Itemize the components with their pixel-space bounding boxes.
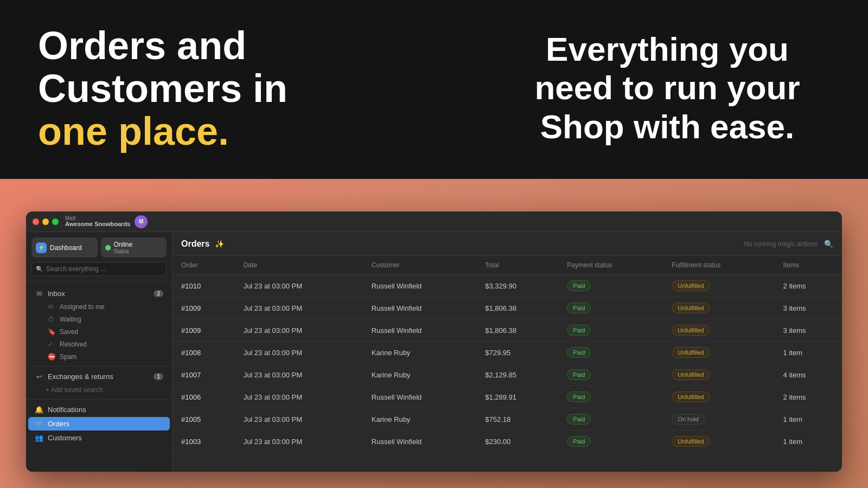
sidebar-search: 🔍 [31,262,167,276]
sidebar-item-customers[interactable]: 👥 Customers [28,431,170,445]
table-row[interactable]: #1006 Jul 23 at 03:00 PM Russell Winfiel… [173,386,842,408]
sidebar: ⚡ Dashboard Online Status 🔍 [26,232,173,472]
sidebar-item-saved[interactable]: 🔖 Saved [28,326,170,338]
cell-items: 1 item [775,431,842,453]
add-saved-search[interactable]: + Add saved search [26,384,172,396]
traffic-light-red[interactable] [33,219,39,225]
sidebar-item-waiting[interactable]: ⏱ Waiting [28,313,170,325]
cell-payment: Paid [558,275,663,297]
col-total: Total [476,256,558,275]
search-icon-small: 🔍 [36,266,43,273]
table-row[interactable]: #1003 Jul 23 at 03:00 PM Russell Winfiel… [173,431,842,453]
cell-items: 3 items [775,297,842,319]
cell-order-id: #1009 [173,297,235,319]
exchanges-badge: 1 [154,373,163,380]
orders-table-element: Order Date Customer Total Payment status… [173,256,842,453]
content-header: Orders ✨ No running magic actions 🔍 [173,232,842,256]
fulfillment-badge: Unfulfilled [672,347,710,358]
col-items: Items [775,256,842,275]
cell-order-id: #1003 [173,431,235,453]
fulfillment-badge: On hold [672,414,705,425]
customers-label: Customers [48,434,163,442]
sidebar-item-orders[interactable]: 🛒 Orders [28,417,170,431]
cell-payment: Paid [558,386,663,408]
cell-order-id: #1006 [173,386,235,408]
search-icon-header[interactable]: 🔍 [824,240,833,248]
page-title: Orders [181,239,209,249]
exchanges-label: Exchanges & returns [48,373,149,381]
table-row[interactable]: #1008 Jul 23 at 03:00 PM Karine Ruby $72… [173,342,842,364]
avatar: M [135,215,148,228]
cell-order-id: #1005 [173,408,235,431]
cell-date: Jul 23 at 03:00 PM [235,386,363,408]
cell-payment: Paid [558,297,663,319]
cell-date: Jul 23 at 03:00 PM [235,342,363,364]
cell-date: Jul 23 at 03:00 PM [235,275,363,297]
payment-badge: Paid [567,325,591,336]
traffic-light-yellow[interactable] [42,219,49,225]
traffic-light-green[interactable] [52,219,59,225]
payment-badge: Paid [567,347,591,358]
hero-line3-highlight: one place. [38,110,229,153]
fulfillment-badge: Unfulfilled [672,303,710,313]
hero-left: Orders and Customers in one place. [38,24,326,153]
cell-fulfillment: Unfulfilled [663,364,774,386]
sidebar-item-inbox[interactable]: ✉ Inbox 2 [28,287,170,300]
magic-actions-icon[interactable]: ✨ [215,240,224,248]
dashboard-icon: ⚡ [36,242,47,253]
hero-line1: Orders and [38,24,246,67]
sidebar-item-spam[interactable]: ⛔ Spam [28,351,170,363]
window-title: Matt Awesome Snowboards [65,216,130,227]
cell-customer: Karine Ruby [363,364,476,386]
sidebar-nav: ✉ Inbox 2 ✉ Assigned to me ⏱ Waiting 🔖 S… [26,282,172,472]
cell-total: $230.00 [476,431,558,453]
table-row[interactable]: #1007 Jul 23 at 03:00 PM Karine Ruby $2,… [173,364,842,386]
cell-date: Jul 23 at 03:00 PM [235,408,363,431]
payment-badge: Paid [567,303,591,313]
sidebar-item-resolved[interactable]: ✓ Resolved [28,338,170,350]
cell-fulfillment: Unfulfilled [663,275,774,297]
table-row[interactable]: #1010 Jul 23 at 03:00 PM Russell Winfiel… [173,275,842,297]
cell-customer: Russell Winfield [363,297,476,319]
cell-customer: Karine Ruby [363,342,476,364]
assigned-icon: ✉ [48,303,55,311]
status-dot-icon [105,245,111,251]
cell-order-id: #1010 [173,275,235,297]
payment-badge: Paid [567,369,591,380]
hero-right: Everything you need to run your Shop wit… [510,30,825,146]
cell-payment: Paid [558,431,663,453]
orders-icon: 🛒 [35,420,43,428]
tab-status-labels: Online Status [114,241,133,254]
orders-table: Order Date Customer Total Payment status… [173,256,842,472]
customers-icon: 👥 [35,434,43,442]
tab-dashboard[interactable]: ⚡ Dashboard [31,237,98,258]
cell-customer: Russell Winfield [363,319,476,342]
app-window: Matt Awesome Snowboards M ⚡ Dashboard On… [26,211,842,472]
table-row[interactable]: #1009 Jul 23 at 03:00 PM Russell Winfiel… [173,319,842,342]
sidebar-item-exchanges[interactable]: ↩ Exchanges & returns 1 [28,370,170,383]
sidebar-tabs: ⚡ Dashboard Online Status [31,237,167,258]
sidebar-item-assigned[interactable]: ✉ Assigned to me [28,301,170,313]
spam-label: Spam [60,353,76,361]
hero-left-heading: Orders and Customers in one place. [38,24,326,153]
cell-items: 1 item [775,408,842,431]
payment-badge: Paid [567,436,591,447]
search-input[interactable] [31,262,167,276]
cell-items: 3 items [775,319,842,342]
col-order: Order [173,256,235,275]
add-saved-label: + Add saved search [46,386,103,394]
cell-payment: Paid [558,319,663,342]
table-row[interactable]: #1009 Jul 23 at 03:00 PM Russell Winfiel… [173,297,842,319]
cell-payment: Paid [558,408,663,431]
tab-status[interactable]: Online Status [101,237,167,258]
cell-customer: Karine Ruby [363,408,476,431]
saved-icon: 🔖 [48,328,55,336]
cell-items: 2 items [775,386,842,408]
waiting-label: Waiting [60,316,81,323]
spam-icon: ⛔ [48,353,55,361]
fulfillment-badge: Unfulfilled [672,436,710,447]
table-row[interactable]: #1005 Jul 23 at 03:00 PM Karine Ruby $75… [173,408,842,431]
sidebar-item-notifications[interactable]: 🔔 Notifications [28,403,170,416]
tab-dashboard-label: Dashboard [50,244,82,252]
cell-items: 4 items [775,364,842,386]
